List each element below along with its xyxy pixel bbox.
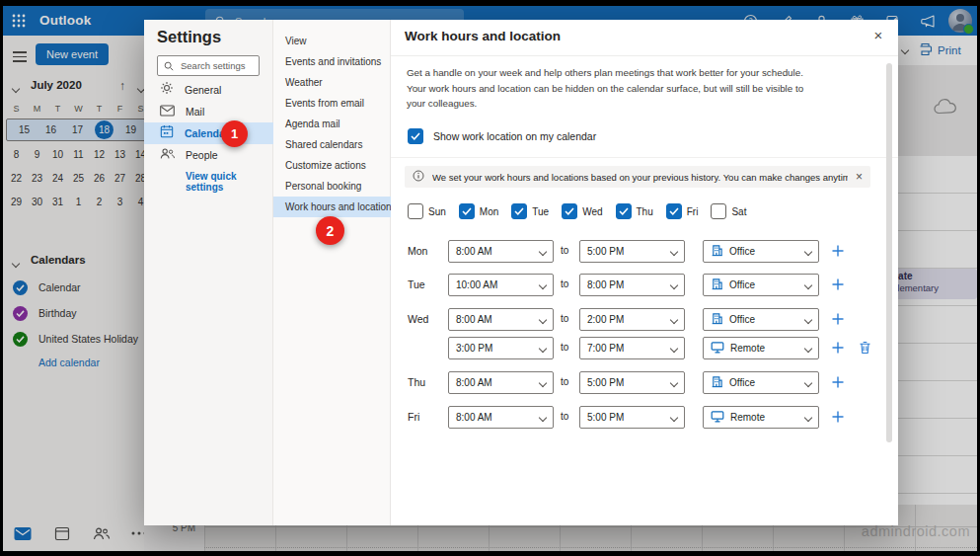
settings-section-shared-calendars[interactable]: Shared calendars xyxy=(273,134,391,155)
workday-toggle-wed: Wed xyxy=(562,203,602,219)
work-hours-row: Mon 8:00 AM to 5:00 PM Office xyxy=(391,240,898,263)
settings-section-events-and-invitations[interactable]: Events and invitations xyxy=(273,51,391,72)
workday-checkbox-sun[interactable] xyxy=(408,203,423,219)
location-select[interactable]: Office xyxy=(703,274,819,296)
workday-toggle-tue: Tue xyxy=(511,203,549,219)
add-time-slot-button[interactable] xyxy=(831,375,845,393)
office-icon xyxy=(711,277,723,294)
people-icon xyxy=(160,146,175,164)
view-quick-settings-link[interactable]: View quick settings xyxy=(186,171,272,193)
settings-sections-column: ViewEvents and invitationsWeatherEvents … xyxy=(273,20,391,525)
settings-section-view[interactable]: View xyxy=(273,31,391,51)
office-icon xyxy=(711,311,723,329)
location-select[interactable]: Remote xyxy=(703,406,819,429)
settings-sections-list: ViewEvents and invitationsWeatherEvents … xyxy=(273,31,391,217)
work-hours-panel: Work hours and location × Get a handle o… xyxy=(391,20,898,525)
settings-nav-people[interactable]: People xyxy=(144,144,273,166)
remote-icon xyxy=(711,340,724,357)
workday-checkbox-tue[interactable] xyxy=(511,203,527,219)
calendar-icon xyxy=(160,124,174,142)
history-info-banner: We set your work hours and locations bas… xyxy=(405,166,870,188)
mail-icon xyxy=(160,103,175,120)
workday-checkbox-fri[interactable] xyxy=(666,203,682,219)
workday-toggles: Sun Mon Tue Wed Thu Fri Sat xyxy=(408,203,759,219)
work-hours-row: Thu 8:00 AM to 5:00 PM Office xyxy=(391,371,898,394)
settings-modal: Settings General Mail Calendar People Vi… xyxy=(144,20,898,525)
annotation-step-1-badge: 1 xyxy=(221,120,248,147)
add-time-slot-button[interactable] xyxy=(831,244,845,262)
location-select[interactable]: Office xyxy=(703,240,819,263)
add-time-slot-button[interactable] xyxy=(831,341,845,358)
panel-description: Get a handle on your week and help other… xyxy=(407,65,803,112)
delete-time-slot-button[interactable] xyxy=(859,341,871,358)
start-time-select[interactable]: 8:00 AM xyxy=(448,240,554,263)
show-work-location-label: Show work location on my calendar xyxy=(433,130,596,142)
panel-title: Work hours and location xyxy=(405,29,561,43)
add-time-slot-button[interactable] xyxy=(831,312,845,330)
close-icon[interactable]: × xyxy=(868,25,888,44)
start-time-select[interactable]: 3:00 PM xyxy=(448,337,554,359)
panel-scrollbar[interactable] xyxy=(886,63,892,442)
location-select[interactable]: Remote xyxy=(703,337,819,359)
settings-nav-calendar[interactable]: Calendar xyxy=(144,122,273,144)
search-icon xyxy=(164,57,174,75)
banner-close-icon[interactable]: × xyxy=(856,170,863,184)
show-work-location-checkbox[interactable] xyxy=(408,128,423,144)
end-time-select[interactable]: 7:00 PM xyxy=(579,337,685,359)
workday-toggle-thu: Thu xyxy=(616,203,653,219)
settings-nav-mail[interactable]: Mail xyxy=(144,101,273,122)
workday-toggle-sat: Sat xyxy=(711,203,746,219)
workday-toggle-fri: Fri xyxy=(666,203,699,219)
settings-left-column: Settings General Mail Calendar People Vi… xyxy=(144,20,273,525)
screenshot-frame: Outlook ? New event July 2020 ↑ S xyxy=(0,0,980,556)
add-time-slot-button[interactable] xyxy=(831,278,845,295)
settings-section-agenda-mail[interactable]: Agenda mail xyxy=(273,114,391,134)
banner-text: We set your work hours and locations bas… xyxy=(432,172,848,183)
info-icon xyxy=(413,168,424,186)
end-time-select[interactable]: 8:00 PM xyxy=(579,274,685,296)
end-time-select[interactable]: 5:00 PM xyxy=(579,240,685,263)
office-icon xyxy=(711,374,723,392)
end-time-select[interactable]: 5:00 PM xyxy=(579,371,685,394)
location-select[interactable]: Office xyxy=(703,371,819,394)
settings-section-personal-booking[interactable]: Personal booking xyxy=(273,176,391,197)
location-select[interactable]: Office xyxy=(703,308,819,331)
divider xyxy=(391,55,898,56)
gear-icon xyxy=(160,81,174,99)
office-icon xyxy=(711,243,723,261)
settings-section-work-hours-and-location[interactable]: Work hours and location xyxy=(273,197,391,217)
settings-section-events-from-email[interactable]: Events from email xyxy=(273,93,391,114)
remote-icon xyxy=(711,409,724,427)
settings-search-box[interactable] xyxy=(157,55,260,76)
start-time-select[interactable]: 8:00 AM xyxy=(448,308,554,331)
workday-checkbox-wed[interactable] xyxy=(562,203,577,219)
add-time-slot-button[interactable] xyxy=(831,410,845,428)
workday-toggle-mon: Mon xyxy=(459,203,498,219)
end-time-select[interactable]: 5:00 PM xyxy=(579,406,685,429)
settings-title: Settings xyxy=(157,28,221,46)
work-hours-row: Fri 8:00 AM to 5:00 PM Remote xyxy=(391,406,898,429)
start-time-select[interactable]: 8:00 AM xyxy=(448,371,554,394)
workday-checkbox-thu[interactable] xyxy=(616,203,632,219)
outlook-app: Outlook ? New event July 2020 ↑ S xyxy=(3,6,977,551)
workday-checkbox-mon[interactable] xyxy=(459,203,475,219)
settings-nav-general[interactable]: General xyxy=(144,79,273,101)
end-time-select[interactable]: 2:00 PM xyxy=(579,308,685,331)
settings-nav: General Mail Calendar People xyxy=(144,79,273,166)
settings-section-customize-actions[interactable]: Customize actions xyxy=(273,155,391,176)
workday-checkbox-sat[interactable] xyxy=(711,203,726,219)
work-hours-row: Wed 8:00 AM to 2:00 PM Office xyxy=(391,308,898,331)
annotation-step-2-badge: 2 xyxy=(316,216,344,245)
watermark-text: admindroid.com xyxy=(812,523,970,539)
start-time-select[interactable]: 10:00 AM xyxy=(448,274,554,296)
divider xyxy=(391,157,898,158)
workday-toggle-sun: Sun xyxy=(408,203,446,219)
start-time-select[interactable]: 8:00 AM xyxy=(448,406,554,429)
work-hours-row: 3:00 PM to 7:00 PM Remote xyxy=(391,337,898,359)
settings-section-weather[interactable]: Weather xyxy=(273,72,391,93)
work-hours-row: Tue 10:00 AM to 8:00 PM Office xyxy=(391,274,898,296)
settings-search-input[interactable] xyxy=(179,59,253,72)
